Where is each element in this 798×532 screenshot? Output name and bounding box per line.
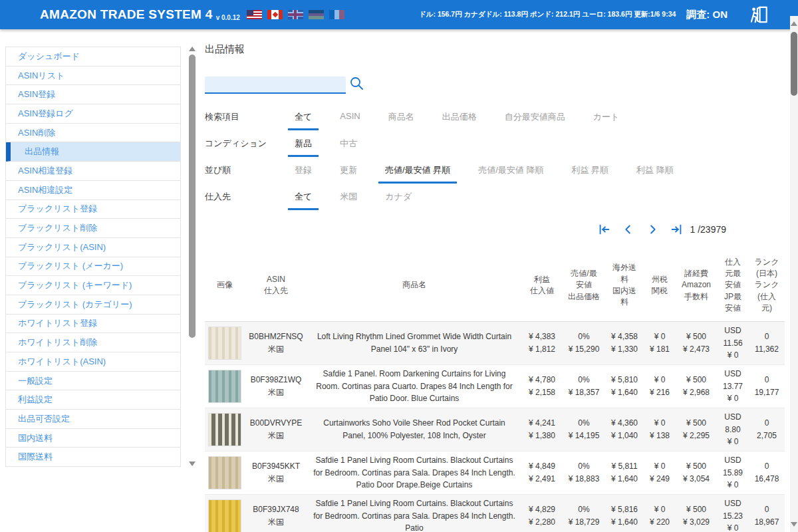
page-scrollbar[interactable]: [790, 16, 798, 532]
sidebar-item[interactable]: ASIN登録: [6, 85, 180, 104]
filter-option[interactable]: 全て: [288, 109, 319, 130]
scroll-down-arrow-icon[interactable]: [791, 522, 797, 527]
product-thumbnail: [208, 499, 241, 532]
sidebar-item-label: 一般設定: [18, 375, 53, 387]
first-page-button[interactable]: [596, 221, 613, 238]
col-header-profit: 利益 仕入値: [521, 274, 563, 297]
fees-cell: ¥ 500 ¥ 2,295: [676, 417, 717, 442]
sidebar-item[interactable]: ASIN登録ログ: [6, 104, 180, 124]
sidebar-item[interactable]: ブラックリスト(ASIN): [6, 238, 180, 257]
filter-option[interactable]: ASIN: [333, 109, 366, 130]
filter-options: 登録更新売値/最安値 昇順売値/最安値 降順利益 昇順利益 降順: [288, 162, 695, 184]
logout-exit-icon[interactable]: [747, 3, 770, 26]
col-header-tax: 州税 関税: [644, 274, 676, 297]
flag-us-icon[interactable]: [247, 10, 262, 19]
filter-option[interactable]: 商品名: [382, 109, 421, 130]
col-header-asin: ASIN 仕入先: [245, 274, 307, 297]
prev-page-button[interactable]: [620, 221, 637, 238]
sidebar-item[interactable]: 国内送料: [6, 429, 180, 448]
filter-option[interactable]: 自分最安値商品: [498, 109, 572, 130]
sidebar-scrollbar-thumb[interactable]: [189, 55, 196, 338]
filter-option[interactable]: 登録: [288, 162, 319, 184]
table-row[interactable]: B0F39JX748 米国 Safdie 1 Panel Living Room…: [205, 495, 785, 532]
search-input[interactable]: [205, 76, 346, 94]
search-button[interactable]: [346, 75, 364, 94]
filter-option[interactable]: 新品: [288, 136, 319, 157]
asin-cell: B0F39JX748 米国: [245, 503, 307, 528]
col-header-price: 売値/最 安値 出品価格: [563, 268, 605, 303]
flag-germany-icon[interactable]: [309, 10, 324, 19]
price-ratio-cell: 0% ¥ 15,290: [563, 331, 605, 355]
asin-cell: B0BHM2FNSQ 米国: [245, 331, 307, 355]
sidebar-item[interactable]: ASIN削除: [6, 124, 180, 143]
col-header-shipping: 海外送 料 国内送 料: [605, 262, 644, 309]
filter-option[interactable]: 全て: [288, 189, 319, 210]
flag-france-icon[interactable]: [329, 10, 344, 19]
sidebar-item[interactable]: ホワイトリスト(ASIN): [6, 352, 180, 372]
last-page-icon: [669, 222, 684, 237]
filter-option[interactable]: カート: [587, 109, 626, 130]
sidebar-item-label: ブラックリスト (キーワード): [18, 279, 132, 291]
sidebar-item-label: ASIN相違設定: [18, 184, 72, 196]
next-page-button[interactable]: [644, 221, 661, 238]
search-row: [205, 75, 785, 94]
table-row[interactable]: B0BHM2FNSQ 米国 Loft Living Rhythm Lined G…: [205, 322, 785, 365]
sidebar-item[interactable]: ブラックリスト登録: [6, 200, 180, 219]
filter-option[interactable]: カナダ: [378, 189, 418, 210]
source-country: 米国: [245, 343, 307, 356]
sidebar-item[interactable]: 国際送料: [6, 448, 180, 467]
survey-status-toggle[interactable]: 調査: ON: [686, 9, 728, 21]
sidebar-item[interactable]: ASIN相違登録: [6, 162, 180, 181]
product-image-cell: [205, 456, 245, 489]
sidebar-item[interactable]: 出品可否設定: [6, 410, 180, 429]
filter-option[interactable]: 出品価格: [436, 109, 483, 130]
sidebar-item-label: ブラックリスト(ASIN): [18, 241, 106, 253]
sidebar-item[interactable]: ダッシュボード: [6, 47, 180, 66]
sidebar-item[interactable]: 一般設定: [6, 372, 180, 391]
page-scrollbar-thumb[interactable]: [791, 32, 797, 96]
main-content: 出品情報 検索項目 全てASIN商品名出品価格自分最安値商品カート コンディショ…: [205, 29, 785, 532]
fees-cell: ¥ 500 ¥ 3,029: [676, 503, 717, 528]
sidebar-item-label: ホワイトリスト(ASIN): [18, 356, 106, 368]
flag-uk-icon[interactable]: [288, 10, 303, 19]
filter-option[interactable]: 中古: [333, 136, 364, 157]
sidebar-item[interactable]: 利益設定: [6, 390, 180, 410]
flag-canada-icon[interactable]: [267, 10, 283, 19]
asin-value: B0BHM2FNSQ: [245, 331, 307, 343]
product-image-cell: [205, 413, 245, 446]
filter-panel: 検索項目 全てASIN商品名出品価格自分最安値商品カート コンディション 新品中…: [205, 109, 785, 215]
sidebar-item[interactable]: ブラックリスト (キーワード): [6, 276, 180, 295]
filter-row: 仕入先 全て米国カナダ: [205, 189, 785, 215]
sidebar-item[interactable]: ブラックリスト (メーカー): [6, 257, 180, 277]
filter-option[interactable]: 利益 降順: [630, 162, 680, 184]
filter-option[interactable]: 米国: [333, 189, 364, 210]
sidebar-item-label: ブラックリスト (カテゴリー): [18, 299, 132, 311]
source-country: 米国: [245, 516, 307, 529]
sidebar-item[interactable]: ホワイトリスト登録: [6, 315, 180, 334]
last-page-button[interactable]: [668, 221, 685, 238]
scroll-up-arrow-icon[interactable]: [791, 21, 797, 26]
filter-option[interactable]: 利益 昇順: [565, 162, 615, 184]
sidebar-item[interactable]: ブラックリスト (カテゴリー): [6, 295, 180, 315]
sidebar-item[interactable]: ホワイトリスト削除: [6, 333, 180, 352]
sidebar-item[interactable]: ブラックリスト削除: [6, 219, 180, 238]
filter-options: 新品中古: [288, 136, 378, 157]
filter-option[interactable]: 売値/最安値 降順: [471, 162, 550, 184]
product-thumbnail: [208, 327, 241, 360]
filter-options: 全てASIN商品名出品価格自分最安値商品カート: [288, 109, 640, 130]
product-name: Curtainworks Soho Voile Sheer Rod Pocket…: [307, 417, 521, 442]
sidebar-scroll-up-icon[interactable]: [189, 47, 196, 51]
lowest-price-cell: USD 8.80 ¥ 0: [717, 411, 749, 448]
sidebar-item[interactable]: ASINリスト: [6, 66, 180, 86]
filter-option[interactable]: 売値/最安値 昇順: [378, 162, 457, 184]
table-row[interactable]: B0F3945KKT 米国 Safdie 1 Panel Living Room…: [205, 452, 785, 495]
sidebar-item[interactable]: 出品情報: [6, 142, 180, 162]
first-page-icon: [597, 222, 612, 237]
app-header-right: ドル: 156.7円 カナダドル: 113.8円 ポンド: 212.1円 ユーロ…: [419, 3, 798, 26]
filter-option[interactable]: 更新: [333, 162, 364, 184]
table-row[interactable]: B0F398Z1WQ 米国 Safdie 1 Panel. Room Darke…: [205, 365, 785, 408]
sidebar-scrollbar[interactable]: [188, 43, 197, 471]
sidebar-item[interactable]: ASIN相違設定: [6, 181, 180, 200]
table-row[interactable]: B00DVRVYPE 米国 Curtainworks Soho Voile Sh…: [205, 408, 785, 452]
sidebar-scroll-down-icon[interactable]: [189, 462, 196, 466]
